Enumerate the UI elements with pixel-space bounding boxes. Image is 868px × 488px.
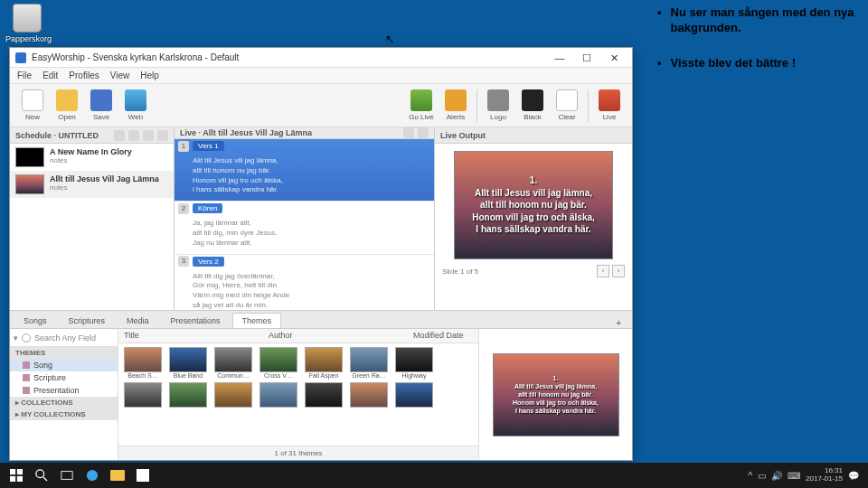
open-button[interactable]: Open xyxy=(50,89,84,121)
clock-date: 2017-01-15 xyxy=(806,475,843,483)
col-modified[interactable]: Modified Date xyxy=(408,329,478,343)
live-tool-icon[interactable] xyxy=(403,127,414,138)
system-tray[interactable]: ^ ▭ 🔊 ⌨ 16:31 2017-01-15 💬 xyxy=(748,467,864,483)
schedule-tool-icon[interactable] xyxy=(157,130,168,141)
schedule-pane: Schedule · UNTITLED A New Name In Gloryn… xyxy=(10,127,175,310)
schedule-item[interactable]: A New Name In Glorynotes xyxy=(10,144,174,171)
theme-thumb[interactable]: Cross V… xyxy=(259,347,297,379)
tree-header-collections[interactable]: ▸ COLLECTIONS xyxy=(10,397,118,408)
new-button[interactable]: New xyxy=(15,89,50,121)
schedule-thumb xyxy=(15,147,44,167)
live-tool-icon[interactable] xyxy=(418,127,429,138)
theme-thumb[interactable]: Green Ra… xyxy=(350,347,388,379)
tree-item-scripture[interactable]: Scripture xyxy=(10,371,118,384)
theme-preview-panel: 1. Allt till Jesus vill jag lämna, allt … xyxy=(478,329,632,460)
edge-button[interactable] xyxy=(80,463,105,488)
theme-preview-slide: 1. Allt till Jesus vill jag lämna, allt … xyxy=(493,353,619,436)
taskview-button[interactable] xyxy=(54,463,80,488)
menu-edit[interactable]: Edit xyxy=(42,70,58,80)
search-button[interactable] xyxy=(29,463,54,488)
theme-thumb[interactable]: Fall Aspen xyxy=(305,347,343,379)
tab-themes[interactable]: Themes xyxy=(232,313,282,328)
menu-view[interactable]: View xyxy=(110,70,130,80)
svg-rect-2 xyxy=(10,476,15,482)
tree-header-mycollections[interactable]: ▸ MY COLLECTIONS xyxy=(10,408,118,420)
theme-thumb[interactable] xyxy=(395,382,433,414)
tab-presentations[interactable]: Presentations xyxy=(161,313,231,328)
input-icon[interactable]: ⌨ xyxy=(788,471,800,481)
recycle-bin[interactable]: Papperskorg xyxy=(5,4,49,43)
network-icon[interactable]: ▭ xyxy=(758,471,766,481)
titlebar[interactable]: EasyWorship - Svenska kyrkan Karlskrona … xyxy=(10,48,632,68)
square-icon xyxy=(23,361,30,369)
tree-header-themes: THEMES xyxy=(10,347,118,359)
schedule-tool-icon[interactable] xyxy=(114,130,125,141)
tab-media[interactable]: Media xyxy=(117,313,159,328)
svg-point-7 xyxy=(87,470,98,481)
live-pane: Live · Allt till Jesus Vill Jag Lämna 1V… xyxy=(175,127,435,310)
clock[interactable]: 16:31 2017-01-15 xyxy=(806,467,843,483)
logo-button[interactable]: Logo xyxy=(481,89,515,121)
tab-songs[interactable]: Songs xyxy=(14,313,57,328)
close-button[interactable]: ✕ xyxy=(601,50,627,66)
square-icon xyxy=(23,374,30,381)
chevron-up-icon[interactable]: ^ xyxy=(748,471,752,481)
theme-thumb[interactable]: Beach S… xyxy=(124,347,162,379)
theme-thumb[interactable] xyxy=(350,382,388,414)
menu-file[interactable]: File xyxy=(17,70,32,80)
schedule-item[interactable]: Allt till Jesus Vill Jag Lämnanotes xyxy=(10,171,174,198)
alerts-button[interactable]: Alerts xyxy=(439,89,473,121)
add-tab-button[interactable]: + xyxy=(616,318,628,328)
status-bar: 1 of 31 themes xyxy=(118,446,478,460)
clear-icon xyxy=(556,89,578,111)
explorer-button[interactable] xyxy=(105,463,130,488)
verse-item[interactable]: 3Vers 2Allt till dig jag överlämnar,Gör … xyxy=(175,255,434,311)
svg-rect-6 xyxy=(61,472,72,480)
menubar: File Edit Profiles View Help xyxy=(10,68,632,84)
menu-help[interactable]: Help xyxy=(140,70,159,80)
prev-slide-button[interactable]: ‹ xyxy=(597,265,609,277)
notifications-icon[interactable]: 💬 xyxy=(848,471,859,481)
recycle-bin-label: Papperskorg xyxy=(5,34,49,43)
tab-scriptures[interactable]: Scriptures xyxy=(59,313,116,328)
resource-sidebar: ▾ Search Any Field THEMES Song Scripture… xyxy=(10,329,118,460)
annotation-1: Nu ser man sången med den nya bakgrunden… xyxy=(657,5,861,36)
theme-thumb[interactable] xyxy=(214,382,252,414)
schedule-tool-icon[interactable] xyxy=(143,130,154,141)
live-button[interactable]: Live xyxy=(592,89,627,121)
theme-thumb[interactable]: Commun… xyxy=(214,347,252,379)
search-field[interactable]: ▾ Search Any Field xyxy=(10,329,118,347)
slide-counter: Slide 1 of 5 xyxy=(442,267,478,276)
search-icon xyxy=(22,333,31,343)
minimize-button[interactable]: — xyxy=(547,50,572,66)
col-author[interactable]: Author xyxy=(263,329,408,343)
golive-button[interactable]: Go Live xyxy=(404,89,439,121)
theme-thumb[interactable] xyxy=(305,382,343,414)
black-button[interactable]: Black xyxy=(515,89,550,121)
next-slide-button[interactable]: › xyxy=(612,265,625,277)
output-pane: Live Output 1. Allt till Jesus vill jag … xyxy=(435,127,632,310)
theme-thumb[interactable] xyxy=(259,382,297,414)
verse-item[interactable]: 2KörenJa, jag lämnar allt,allt till dig,… xyxy=(175,202,434,254)
col-title[interactable]: Title xyxy=(118,329,263,343)
volume-icon[interactable]: 🔊 xyxy=(771,471,782,481)
tree-item-song[interactable]: Song xyxy=(10,359,118,371)
save-button[interactable]: Save xyxy=(84,89,118,121)
verse-item[interactable]: 1Vers 1Allt till Jesus vill jag lämna,al… xyxy=(175,139,434,202)
square-icon xyxy=(23,387,30,394)
menu-profiles[interactable]: Profiles xyxy=(69,70,99,80)
clear-button[interactable]: Clear xyxy=(550,89,584,121)
theme-thumb[interactable]: Blue Band xyxy=(169,347,207,379)
theme-thumb[interactable]: Highway xyxy=(395,347,433,379)
live-header: Live · Allt till Jesus Vill Jag Lämna xyxy=(175,127,434,139)
tree-item-presentation[interactable]: Presentation xyxy=(10,384,118,397)
web-button[interactable]: Web xyxy=(118,89,153,121)
mouse-cursor-icon: ↖ xyxy=(385,33,395,46)
maximize-button[interactable]: ☐ xyxy=(574,50,599,66)
start-button[interactable] xyxy=(4,463,29,488)
annotation-2: Visste blev det bättre ! xyxy=(657,56,861,71)
schedule-tool-icon[interactable] xyxy=(128,130,139,141)
store-button[interactable] xyxy=(130,463,156,488)
theme-thumb[interactable] xyxy=(169,382,207,414)
theme-thumb[interactable] xyxy=(124,382,162,414)
